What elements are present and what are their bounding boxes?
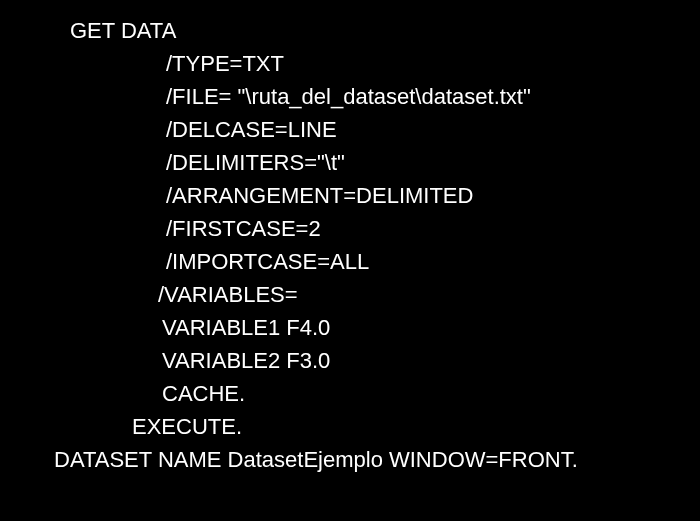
code-line: CACHE. [0, 377, 700, 410]
code-line: /FILE= "\ruta_del_dataset\dataset.txt" [0, 80, 700, 113]
code-line: DATASET NAME DatasetEjemplo WINDOW=FRONT… [0, 443, 700, 476]
code-line: /DELIMITERS="\t" [0, 146, 700, 179]
code-line: /TYPE=TXT [0, 47, 700, 80]
code-line: /FIRSTCASE=2 [0, 212, 700, 245]
code-line: /VARIABLES= [0, 278, 700, 311]
code-line: VARIABLE1 F4.0 [0, 311, 700, 344]
code-line: VARIABLE2 F3.0 [0, 344, 700, 377]
code-block: GET DATA /TYPE=TXT /FILE= "\ruta_del_dat… [0, 14, 700, 476]
code-line: EXECUTE. [0, 410, 700, 443]
code-line: /IMPORTCASE=ALL [0, 245, 700, 278]
code-line: /ARRANGEMENT=DELIMITED [0, 179, 700, 212]
code-line: GET DATA [0, 14, 700, 47]
code-line: /DELCASE=LINE [0, 113, 700, 146]
